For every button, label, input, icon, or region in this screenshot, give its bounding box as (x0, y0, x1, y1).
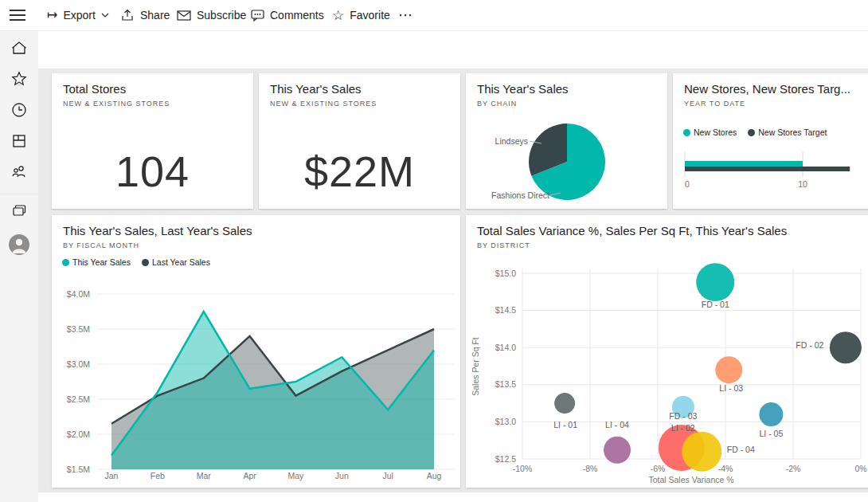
home-icon[interactable] (11, 40, 27, 56)
more-options-icon: ⋯ (398, 6, 414, 24)
svg-text:$4.0M: $4.0M (67, 289, 90, 299)
share-icon (121, 9, 135, 22)
svg-text:$14.5: $14.5 (495, 305, 516, 315)
favorite-button[interactable]: ☆ Favorite (332, 0, 390, 30)
subscribe-button[interactable]: Subscribe (177, 0, 246, 30)
svg-text:$2.0M: $2.0M (67, 429, 90, 439)
tile-subtitle: NEW & EXISTING STORES (270, 100, 377, 108)
more-options-button[interactable]: ⋯ (398, 0, 414, 30)
svg-text:$3.5M: $3.5M (67, 324, 90, 334)
svg-text:LI - 04: LI - 04 (605, 420, 629, 429)
svg-text:0: 0 (685, 179, 690, 189)
svg-text:$3.0M: $3.0M (67, 359, 90, 369)
apps-grid-icon[interactable] (11, 133, 27, 149)
tile-title: This Year's Sales (270, 82, 362, 96)
person-icon (9, 234, 29, 255)
comments-button[interactable]: Comments (251, 0, 324, 30)
svg-text:Jun: Jun (335, 471, 349, 480)
scatter-chart[interactable]: -10%-8%-6%-4%-2%0%$15.0$14.5$14.0$13.5$1… (466, 215, 868, 488)
pie-label-fashions-direct: Fashions Direct (474, 190, 549, 200)
top-toolbar: ↦ Export Share Subscribe Comments (0, 0, 868, 31)
favorites-star-icon[interactable] (11, 71, 27, 87)
qna-section (38, 31, 868, 69)
svg-text:10: 10 (798, 179, 807, 189)
svg-text:Apr: Apr (243, 471, 256, 480)
svg-text:FD - 02: FD - 02 (796, 340, 823, 350)
svg-text:$12.5: $12.5 (495, 454, 516, 464)
hamburger-icon (10, 6, 25, 24)
total-stores-value: 104 (52, 147, 253, 196)
share-button[interactable]: Share (121, 0, 170, 30)
svg-text:$13.5: $13.5 (495, 379, 516, 389)
svg-text:-10%: -10% (513, 464, 533, 473)
svg-text:Total Sales Variance %: Total Sales Variance % (648, 475, 733, 484)
svg-text:FD - 03: FD - 03 (669, 411, 697, 421)
svg-text:-6%: -6% (651, 464, 666, 473)
this-years-sales-value: $22M (259, 147, 460, 196)
svg-text:LI - 03: LI - 03 (719, 383, 743, 393)
hamburger-menu-button[interactable] (10, 0, 25, 30)
shared-with-me-people-icon[interactable] (11, 163, 27, 179)
svg-text:-4%: -4% (718, 464, 733, 473)
svg-text:Aug: Aug (427, 471, 442, 480)
sidebar-divider (0, 194, 38, 194)
svg-text:$13.0: $13.0 (495, 417, 516, 426)
envelope-icon (177, 10, 191, 21)
svg-text:FD - 01: FD - 01 (702, 300, 729, 309)
svg-text:Feb: Feb (151, 471, 165, 480)
tile-subtitle: NEW & EXISTING STORES (63, 100, 170, 108)
svg-text:Mar: Mar (197, 471, 212, 480)
comment-bubble-icon (251, 10, 264, 22)
comments-label: Comments (270, 9, 324, 22)
star-icon: ☆ (332, 9, 344, 22)
powerbi-dashboard: ↦ Export Share Subscribe Comments (0, 0, 868, 502)
tile-new-stores[interactable]: New Stores, New Stores Targ... YEAR TO D… (673, 73, 868, 209)
pie-label-lindseys: Lindseys (480, 136, 528, 146)
svg-text:$14.0: $14.0 (495, 343, 516, 352)
svg-text:$15.0: $15.0 (495, 269, 516, 278)
subscribe-label: Subscribe (197, 9, 246, 22)
svg-text:LI - 02: LI - 02 (671, 423, 695, 433)
tile-sales-by-chain[interactable]: This Year's Sales BY CHAIN Lindseys Fash… (466, 73, 667, 209)
browse-windows-icon[interactable] (11, 203, 27, 219)
export-button[interactable]: ↦ Export (47, 0, 109, 30)
recent-clock-icon[interactable] (11, 102, 27, 118)
svg-text:0%: 0% (854, 464, 866, 473)
tile-title: Total Stores (63, 82, 126, 96)
svg-text:LI - 01: LI - 01 (553, 420, 577, 429)
svg-text:Sales Per Sq Ft: Sales Per Sq Ft (471, 337, 480, 396)
tile-sales-by-fiscal-month[interactable]: This Year's Sales, Last Year's Sales BY … (52, 215, 460, 488)
left-nav-sidebar (0, 31, 38, 502)
svg-text:-8%: -8% (583, 464, 598, 473)
bar-chart[interactable]: 010 (673, 73, 868, 209)
area-chart[interactable]: $4.0M$3.5M$3.0M$2.5M$2.0M$1.5MJanFebMarA… (52, 215, 460, 488)
tile-variance-scatter[interactable]: Total Sales Variance %, Sales Per Sq Ft,… (466, 215, 868, 488)
export-icon: ↦ (47, 9, 57, 22)
svg-text:Jul: Jul (382, 471, 393, 480)
tile-this-years-sales[interactable]: This Year's Sales NEW & EXISTING STORES … (259, 73, 460, 209)
svg-text:FD - 04: FD - 04 (727, 445, 755, 454)
share-label: Share (140, 9, 170, 22)
export-label: Export (63, 9, 95, 22)
profile-avatar[interactable] (9, 234, 29, 255)
svg-text:$1.5M: $1.5M (67, 465, 90, 474)
svg-text:May: May (288, 471, 305, 480)
svg-text:$2.5M: $2.5M (67, 394, 90, 404)
svg-text:-2%: -2% (786, 464, 801, 473)
chevron-down-icon (101, 13, 109, 18)
svg-text:LI - 05: LI - 05 (759, 429, 783, 438)
favorite-label: Favorite (350, 9, 390, 22)
tile-total-stores[interactable]: Total Stores NEW & EXISTING STORES 104 (52, 73, 253, 209)
svg-text:Jan: Jan (105, 471, 119, 480)
